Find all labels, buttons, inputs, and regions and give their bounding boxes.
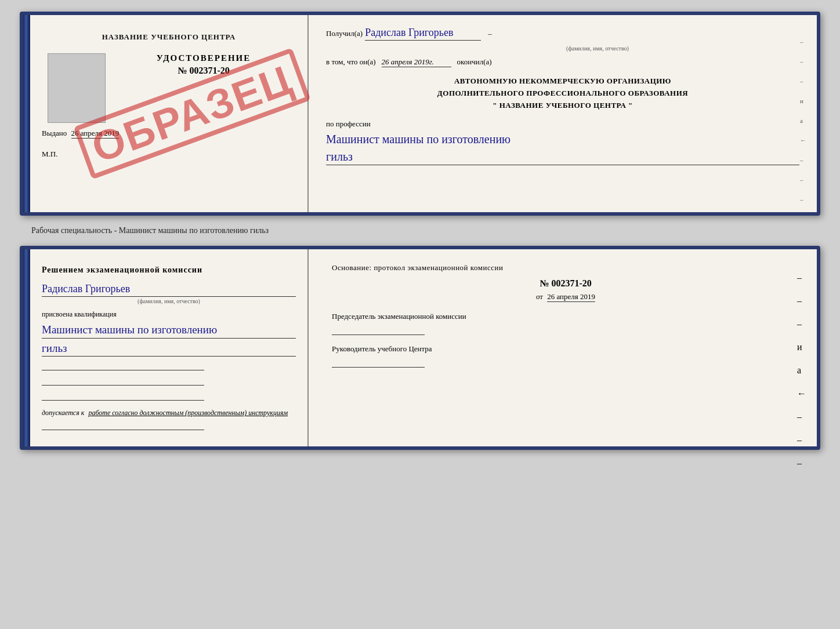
qualification-line1: Машинист машины по изготовлению [42, 322, 296, 339]
name-caption-bottom: (фамилия, имя, отчество) [42, 298, 296, 304]
margin-a-b: а [797, 365, 806, 376]
org-line1: АВТОНОМНУЮ НЕКОММЕРЧЕСКУЮ ОРГАНИЗАЦИЮ [326, 75, 799, 88]
margin-i: и [800, 97, 806, 104]
extra-underlines-left [42, 360, 296, 401]
issued-line: Выдано 26 апреля 2019 [42, 129, 296, 138]
u-line-2 [42, 375, 204, 386]
margin-dash-1: – [800, 38, 806, 45]
margin-i-b: и [797, 342, 806, 352]
photo-placeholder [48, 53, 106, 123]
chairman-block: Председатель экзаменационной комиссии [332, 312, 799, 335]
issued-label: Выдано [42, 129, 67, 137]
margin-dash-5: – [800, 176, 806, 183]
date-line: в том, что он(а) 26 апреля 2019г. окончи… [326, 57, 799, 67]
top-cert-left-page: НАЗВАНИЕ УЧЕБНОГО ЦЕНТРА УДОСТОВЕРЕНИЕ №… [30, 15, 309, 212]
protocol-date: от 26 апреля 2019 [332, 292, 799, 301]
date-prefix: в том, что он(а) [326, 57, 376, 67]
issued-date: 26 апреля 2019 [71, 129, 120, 139]
profession-handwritten-1: Машинист машины по изготовлению [326, 131, 799, 147]
profession-label: по профессии [326, 119, 799, 129]
u-line-4 [42, 420, 204, 430]
cert-id-number: № 002371-20 [178, 66, 229, 75]
allowed-text-block: допускается к работе согласно должностны… [42, 409, 296, 417]
received-label: Получил(а) [326, 29, 363, 38]
org-title-top: НАЗВАНИЕ УЧЕБНОГО ЦЕНТРА [42, 32, 296, 42]
margin-dash-b5: – [797, 435, 806, 445]
center-head-block: Руководитель учебного Центра [332, 344, 799, 368]
person-name-bottom: Радислав Григорьев [42, 283, 296, 297]
org-block: АВТОНОМНУЮ НЕКОММЕРЧЕСКУЮ ОРГАНИЗАЦИЮ ДО… [326, 75, 799, 111]
cert-id-label: УДОСТОВЕРЕНИЕ [111, 53, 296, 63]
margin-arrow-b: ← [797, 388, 806, 399]
book-spine-bottom [23, 249, 30, 446]
margin-dash-b6: – [797, 458, 806, 468]
allowed-text: работе согласно должностным (производств… [88, 409, 288, 417]
margin-dash-6: – [800, 196, 806, 203]
org-line3: " НАЗВАНИЕ УЧЕБНОГО ЦЕНТРА " [326, 100, 799, 112]
org-line2: ДОПОЛНИТЕЛЬНОГО ПРОФЕССИОНАЛЬНОГО ОБРАЗО… [326, 88, 799, 100]
bottom-specialty-label: Рабочая специальность - Машинист машины … [31, 226, 269, 235]
u-line-3 [42, 390, 204, 401]
decision-text: Решением экзаменационной комиссии [42, 266, 296, 275]
name-caption-top: (фамилия, имя, отчество) [396, 45, 799, 52]
margin-dash-b3: – [797, 319, 806, 329]
margin-arrow: ← [800, 137, 806, 144]
assigned-label: присвоена квалификация [42, 310, 296, 319]
protocol-date-value: 26 апреля 2019 [547, 292, 595, 302]
margin-dash-2: – [800, 58, 806, 65]
margin-a: а [800, 117, 806, 124]
mp-label: М.П. [42, 150, 296, 159]
date-suffix: окончил(а) [457, 57, 492, 67]
chairman-label: Председатель экзаменационной комиссии [332, 312, 799, 321]
date-value: 26 апреля 2019г. [382, 57, 451, 67]
book-spine [23, 15, 30, 212]
center-head-label: Руководитель учебного Центра [332, 344, 799, 354]
bottom-certificate-book: Решением экзаменационной комиссии Радисл… [20, 246, 820, 450]
center-head-sign-line [332, 356, 425, 368]
margin-dash-b4: – [797, 412, 806, 422]
margin-dash-3: – [800, 78, 806, 85]
right-margin-indicators-bottom: – – – и а ← – – – [797, 272, 806, 468]
bottom-cert-right-page: Основание: протокол экзаменационной коми… [309, 249, 817, 446]
top-certificate-book: НАЗВАНИЕ УЧЕБНОГО ЦЕНТРА УДОСТОВЕРЕНИЕ №… [20, 12, 820, 216]
margin-dash-4: – [800, 157, 806, 163]
u-line-1 [42, 360, 204, 370]
bottom-cert-left-page: Решением экзаменационной комиссии Радисл… [30, 249, 309, 446]
qualification-line2: гильз [42, 341, 296, 357]
received-line: Получил(а) Радислав Григорьев – [326, 27, 799, 41]
protocol-number: № 002371-20 [332, 278, 799, 289]
osnov-label: Основание: протокол экзаменационной коми… [332, 263, 799, 272]
profession-handwritten-2: гильз [326, 148, 799, 165]
protocol-date-prefix: от [536, 292, 543, 301]
right-margin-indicators: – – – и а ← – – – [800, 38, 806, 203]
margin-dash-b2: – [797, 296, 806, 306]
top-cert-right-page: Получил(а) Радислав Григорьев – (фамилия… [309, 15, 817, 212]
allowed-label: допускается к [42, 409, 84, 417]
chairman-sign-line [332, 323, 425, 335]
margin-dash-b1: – [797, 272, 806, 283]
person-name-top: Радислав Григорьев [365, 27, 481, 41]
